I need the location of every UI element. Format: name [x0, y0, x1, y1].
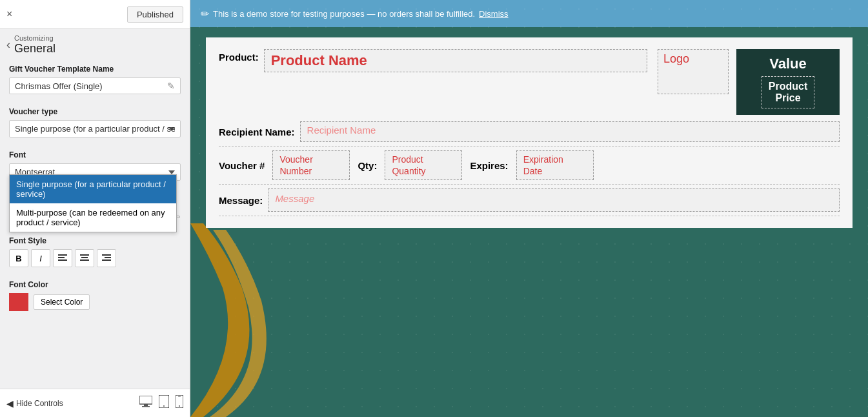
tablet-icon-button[interactable]	[159, 395, 169, 411]
voucher-row2: Recipient Name: Recipient Name	[219, 121, 840, 142]
template-name-label: Gift Voucher Template Name	[9, 65, 181, 74]
product-section: Product: Product Name Logo	[219, 49, 729, 115]
qty-box[interactable]: ProductQuantity	[385, 150, 462, 180]
product-name-placeholder: Product Name	[271, 52, 367, 68]
dismiss-link[interactable]: Dismiss	[479, 9, 509, 19]
expires-label: Expires:	[470, 160, 508, 171]
divider-2	[219, 184, 840, 185]
dropdown-option-multi[interactable]: Multi-purpose (can be redeemed on any pr…	[10, 203, 176, 232]
font-color-section: Font Color Select Color	[0, 274, 190, 318]
recipient-placeholder: Recipient Name	[307, 125, 376, 136]
svg-rect-5	[80, 259, 89, 261]
message-placeholder: Message	[275, 193, 314, 204]
device-icons	[139, 395, 183, 411]
published-button[interactable]: Published	[127, 6, 183, 23]
voucher-type-select[interactable]: Single purpose (for a particular product…	[9, 120, 181, 137]
qty-placeholder: ProductQuantity	[392, 154, 425, 176]
pencil-icon: ✏	[201, 8, 209, 20]
svg-rect-8	[102, 259, 111, 261]
svg-rect-0	[58, 254, 67, 256]
value-title: Value	[769, 56, 806, 72]
voucher-type-section: Voucher type Single purpose (for a parti…	[0, 101, 190, 144]
product-price-box: ProductPrice	[762, 76, 814, 108]
voucher-type-label: Voucher type	[9, 107, 181, 116]
voucher-num-box[interactable]: VoucherNumber	[272, 150, 350, 180]
svg-point-15	[179, 405, 180, 407]
align-right-button[interactable]	[97, 249, 116, 267]
align-left-button[interactable]	[53, 249, 72, 267]
edit-icon: ✎	[167, 81, 175, 91]
template-name-input[interactable]	[15, 81, 165, 91]
logo-box[interactable]: Logo	[658, 49, 729, 94]
svg-rect-3	[80, 254, 89, 256]
product-name-box[interactable]: Product Name	[264, 49, 647, 72]
color-row: Select Color	[9, 293, 181, 311]
svg-rect-1	[58, 257, 65, 258]
template-name-section: Gift Voucher Template Name ✎	[0, 58, 190, 101]
voucher-num-placeholder: VoucherNumber	[279, 154, 312, 176]
mobile-icon-button[interactable]	[176, 395, 183, 411]
bold-button[interactable]: B	[9, 249, 28, 267]
font-style-section: Font Style B I	[0, 230, 190, 274]
template-name-input-row: ✎	[9, 77, 181, 94]
left-panel: × Published ‹ Customizing General Gift V…	[0, 0, 190, 417]
svg-rect-2	[58, 259, 67, 261]
font-label: Font	[9, 150, 181, 159]
align-center-button[interactable]	[75, 249, 94, 267]
qty-label: Qty:	[358, 160, 377, 171]
voucher-row1: Product: Product Name Logo Value Product…	[219, 49, 840, 115]
hide-controls-button[interactable]: ◀ Hide Controls	[6, 398, 63, 409]
demo-banner-text: This is a demo store for testing purpose…	[213, 9, 475, 19]
svg-point-13	[163, 405, 165, 407]
svg-rect-6	[102, 254, 111, 256]
font-color-label: Font Color	[9, 280, 181, 289]
select-color-button[interactable]: Select Color	[34, 294, 90, 310]
expires-placeholder: ExpirationDate	[523, 154, 563, 176]
recipient-label: Recipient Name:	[219, 127, 295, 137]
value-box: Value ProductPrice	[736, 49, 840, 115]
recipient-box[interactable]: Recipient Name	[300, 121, 840, 142]
svg-rect-4	[81, 257, 88, 258]
voucher-wrapper: Product: Product Name Logo Value Product…	[190, 27, 868, 417]
voucher-row3: Voucher # VoucherNumber Qty: ProductQuan…	[219, 150, 840, 180]
preview-area: ✏ This is a demo store for testing purpo…	[190, 0, 868, 417]
message-label: Message:	[219, 195, 263, 206]
font-style-label: Font Style	[9, 236, 181, 245]
svg-rect-9	[139, 396, 152, 404]
back-button[interactable]: ‹	[6, 38, 14, 52]
font-style-row: B I	[9, 249, 181, 267]
product-label: Product:	[219, 49, 259, 63]
top-bar: × Published	[0, 0, 190, 29]
close-button[interactable]: ×	[6, 8, 12, 20]
hide-controls-label: Hide Controls	[16, 399, 63, 408]
voucher-num-label: Voucher #	[219, 160, 265, 171]
general-label: General	[14, 42, 56, 56]
product-price-text: ProductPrice	[769, 81, 807, 104]
voucher-paper: Product: Product Name Logo Value Product…	[206, 37, 853, 228]
dropdown-option-single[interactable]: Single purpose (for a particular product…	[10, 175, 176, 203]
message-box[interactable]: Message	[268, 188, 840, 212]
logo-placeholder: Logo	[663, 52, 689, 66]
voucher-row4: Message: Message	[219, 188, 840, 212]
italic-button[interactable]: I	[31, 249, 50, 267]
svg-rect-10	[144, 404, 148, 406]
demo-banner: ✏ This is a demo store for testing purpo…	[190, 0, 868, 27]
divider-3	[219, 216, 840, 216]
bottom-bar: ◀ Hide Controls	[0, 389, 190, 417]
desktop-icon-button[interactable]	[139, 395, 152, 411]
customizing-label: Customizing	[14, 34, 56, 42]
breadcrumb: ‹ Customizing General	[0, 29, 190, 58]
voucher-type-dropdown: Single purpose (for a particular product…	[9, 174, 177, 232]
svg-rect-7	[105, 257, 111, 258]
back-arrow-icon: ◀	[6, 398, 14, 409]
expires-box[interactable]: ExpirationDate	[516, 150, 594, 180]
svg-rect-11	[142, 406, 150, 407]
svg-rect-16	[178, 396, 181, 397]
divider-1	[219, 146, 840, 147]
color-swatch[interactable]	[9, 293, 28, 311]
